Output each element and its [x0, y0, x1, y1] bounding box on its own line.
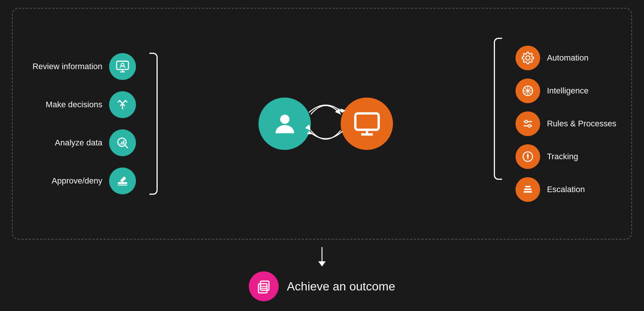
- analyze-data-label: Analyze data: [28, 138, 102, 148]
- intelligence-icon-circle: [515, 78, 540, 103]
- list-item: Escalation: [515, 177, 616, 202]
- list-item: Tracking: [515, 144, 616, 169]
- escalation-label: Escalation: [547, 185, 585, 194]
- svg-rect-12: [118, 182, 127, 184]
- list-item: Automation: [515, 46, 616, 70]
- stack-icon: [521, 183, 534, 196]
- main-row: Review information: [28, 20, 616, 228]
- svg-rect-13: [120, 176, 126, 183]
- monitor-user-icon: [115, 59, 130, 74]
- make-decisions-icon-circle: [109, 91, 136, 118]
- approve-deny-icon-circle: [109, 167, 136, 194]
- svg-rect-37: [524, 188, 532, 190]
- approve-deny-label: Approve/deny: [28, 176, 102, 186]
- left-items: Review information: [28, 53, 136, 194]
- outcome-row: Achieve an outcome: [249, 271, 395, 301]
- right-items: Automation: [515, 46, 616, 202]
- center-section: [158, 90, 494, 157]
- gear-icon: [521, 52, 534, 64]
- svg-rect-0: [117, 61, 129, 70]
- outcome-label: Achieve an outcome: [287, 280, 395, 293]
- center-circles-row: [251, 90, 400, 157]
- svg-line-8: [125, 145, 128, 148]
- bottom-section: Achieve an outcome: [249, 247, 395, 301]
- gavel-icon: [115, 174, 130, 188]
- list-item: Rules & Processes: [515, 111, 616, 136]
- svg-point-27: [527, 90, 529, 92]
- down-arrow-svg: [316, 247, 328, 268]
- svg-point-35: [527, 156, 529, 157]
- rules-icon-circle: [515, 111, 540, 136]
- automation-label: Automation: [547, 53, 588, 63]
- svg-point-31: [528, 124, 531, 127]
- svg-rect-36: [524, 191, 532, 193]
- compass-icon: [521, 150, 534, 163]
- files-icon: [256, 278, 272, 294]
- review-info-label: Review information: [28, 62, 102, 71]
- right-bracket: [494, 38, 505, 210]
- escalation-icon-circle: [515, 177, 540, 202]
- arrows-svg: [251, 90, 400, 157]
- make-decisions-label: Make decisions: [28, 100, 102, 110]
- review-info-icon-circle: [109, 53, 136, 80]
- dashed-box: Review information: [12, 8, 632, 240]
- fork-arrow-icon: [115, 98, 130, 112]
- tracking-label: Tracking: [547, 152, 578, 161]
- bracket-shape-right: [494, 38, 502, 180]
- tracking-icon-circle: [515, 144, 540, 169]
- analyze-data-icon-circle: [109, 129, 136, 156]
- main-container: Review information: [8, 8, 636, 303]
- svg-rect-42: [260, 281, 269, 290]
- left-section: Review information: [28, 53, 158, 195]
- chart-search-icon: [115, 136, 130, 150]
- left-bracket: [146, 53, 158, 195]
- right-section: Automation: [494, 38, 616, 210]
- list-item: Make decisions: [28, 91, 136, 118]
- rules-label: Rules & Processes: [547, 119, 616, 129]
- list-item: Analyze data: [28, 129, 136, 156]
- bracket-shape: [149, 53, 158, 195]
- list-item: Review information: [28, 53, 136, 80]
- svg-marker-40: [318, 261, 326, 267]
- intelligence-label: Intelligence: [547, 86, 588, 96]
- brain-network-icon: [521, 84, 534, 97]
- list-item: Intelligence: [515, 78, 616, 103]
- outcome-icon-circle: [249, 271, 279, 301]
- svg-point-30: [525, 120, 527, 123]
- svg-rect-38: [525, 186, 530, 187]
- sliders-icon: [521, 117, 534, 130]
- automation-icon-circle: [515, 46, 540, 70]
- list-item: Approve/deny: [28, 167, 136, 194]
